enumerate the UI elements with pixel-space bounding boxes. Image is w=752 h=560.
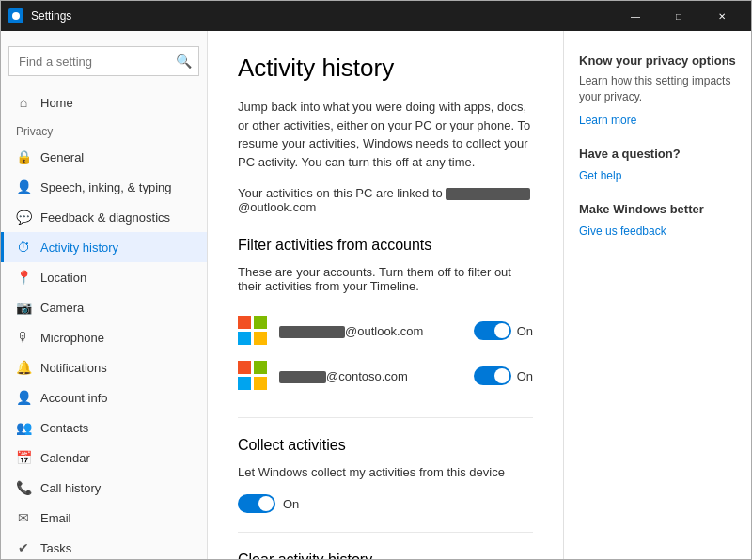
lock-icon: 🔒 <box>16 149 31 164</box>
ms-logo-1 <box>238 316 268 346</box>
ms-yellow-2 <box>254 377 267 390</box>
give-feedback-link[interactable]: Give us feedback <box>579 225 666 238</box>
right-windows-title: Make Windows better <box>579 202 736 216</box>
masked-account-1 <box>279 326 345 338</box>
ms-blue-2 <box>238 377 251 390</box>
sidebar-item-activity[interactable]: ⏱ Activity history <box>1 232 207 262</box>
account-email-2: @contoso.com <box>279 369 462 383</box>
app-icon <box>8 8 24 23</box>
sidebar-item-tasks[interactable]: ✔ Tasks <box>1 533 207 559</box>
right-section-privacy: Know your privacy options Learn how this… <box>579 54 736 128</box>
sidebar-item-contacts-label: Contacts <box>40 421 88 435</box>
toggle-label-1: On <box>517 324 533 338</box>
sidebar-item-speech-label: Speech, inking, & typing <box>40 180 171 194</box>
microphone-icon: 🎙 <box>16 330 31 345</box>
window-title: Settings <box>31 9 614 23</box>
sidebar-item-activity-label: Activity history <box>40 241 118 255</box>
right-question-title: Have a question? <box>579 147 736 161</box>
learn-more-link[interactable]: Learn more <box>579 114 636 127</box>
sidebar-item-feedback-label: Feedback & diagnostics <box>40 210 170 225</box>
search-box[interactable]: 🔍 <box>8 46 199 76</box>
close-button[interactable]: ✕ <box>700 1 744 31</box>
notifications-icon: 🔔 <box>16 360 31 375</box>
collect-toggle[interactable] <box>238 494 275 513</box>
maximize-button[interactable]: □ <box>657 1 700 31</box>
sidebar-item-notifications[interactable]: 🔔 Notifications <box>1 352 207 382</box>
ms-green-1 <box>254 316 267 329</box>
sidebar-item-home-label: Home <box>40 96 73 110</box>
sidebar-item-tasks-label: Tasks <box>40 541 71 555</box>
sidebar-item-email-label: Email <box>40 511 71 525</box>
ms-red-2 <box>238 361 251 374</box>
ms-red-1 <box>238 316 251 329</box>
account-row-2: @contoso.com On <box>238 353 533 398</box>
sidebar-item-email[interactable]: ✉ Email <box>1 503 207 533</box>
sidebar-item-camera-label: Camera <box>40 301 84 315</box>
sidebar-item-account-label: Account info <box>40 391 108 405</box>
ms-green-2 <box>254 361 267 374</box>
toggle-container-1: On <box>474 321 533 340</box>
collect-toggle-row: On <box>238 494 533 513</box>
camera-icon: 📷 <box>16 300 31 315</box>
ms-yellow-1 <box>254 332 267 345</box>
minimize-button[interactable]: — <box>614 1 657 31</box>
filter-section-desc: These are your accounts. Turn them off t… <box>238 265 533 293</box>
toggle-container-2: On <box>474 366 533 385</box>
linked-account-text: Your activities on this PC are linked to… <box>238 186 533 214</box>
right-privacy-title: Know your privacy options <box>579 54 736 68</box>
divider-1 <box>238 417 533 418</box>
page-description: Jump back into what you were doing with … <box>238 98 533 171</box>
divider-2 <box>238 532 533 533</box>
collect-section: Collect activities Let Windows collect m… <box>238 437 533 513</box>
search-input[interactable] <box>8 46 199 76</box>
sidebar-item-location[interactable]: 📍 Location <box>1 262 207 292</box>
calendar-icon: 📅 <box>16 450 31 465</box>
clear-section-title: Clear activity history <box>238 552 533 559</box>
sidebar-item-general-label: General <box>40 150 84 164</box>
sidebar-item-account[interactable]: 👤 Account info <box>1 382 207 412</box>
sidebar-section-privacy: Privacy <box>1 121 207 142</box>
sidebar-item-callhistory-label: Call history <box>40 481 101 495</box>
tasks-icon: ✔ <box>16 540 31 555</box>
ms-logo-2 <box>238 361 268 391</box>
sidebar-item-callhistory[interactable]: 📞 Call history <box>1 473 207 503</box>
window-controls: — □ ✕ <box>614 1 744 31</box>
sidebar-item-calendar-label: Calendar <box>40 451 90 465</box>
sidebar-item-speech[interactable]: 👤 Speech, inking, & typing <box>1 172 207 202</box>
account-icon: 👤 <box>16 390 31 405</box>
sidebar-item-microphone-label: Microphone <box>40 331 104 345</box>
sidebar-item-location-label: Location <box>40 271 86 285</box>
sidebar-item-notifications-label: Notifications <box>40 361 107 375</box>
contacts-icon: 👥 <box>16 420 31 435</box>
activity-icon: ⏱ <box>16 240 31 255</box>
right-privacy-desc: Learn how this setting impacts your priv… <box>579 73 736 105</box>
callhistory-icon: 📞 <box>16 480 31 495</box>
account-row-1: @outlook.com On <box>238 308 533 353</box>
clear-section: Clear activity history Clear history for… <box>238 552 533 559</box>
sidebar-item-home[interactable]: ⌂ Home <box>1 87 207 117</box>
right-section-windows: Make Windows better Give us feedback <box>579 202 736 239</box>
collect-section-desc: Let Windows collect my activities from t… <box>238 465 533 479</box>
svg-point-1 <box>12 12 20 20</box>
sidebar-item-contacts[interactable]: 👥 Contacts <box>1 412 207 443</box>
page-title: Activity history <box>238 54 533 83</box>
titlebar: Settings — □ ✕ <box>1 1 751 31</box>
search-icon: 🔍 <box>176 54 192 69</box>
sidebar-item-calendar[interactable]: 📅 Calendar <box>1 443 207 473</box>
sidebar-item-camera[interactable]: 📷 Camera <box>1 292 207 322</box>
get-help-link[interactable]: Get help <box>579 169 621 182</box>
email-icon: ✉ <box>16 510 31 525</box>
toggle-label-2: On <box>517 369 533 383</box>
toggle-account-2[interactable] <box>474 366 511 385</box>
location-icon: 📍 <box>16 270 31 285</box>
toggle-account-1[interactable] <box>474 321 511 340</box>
masked-account-2 <box>279 371 326 383</box>
main-content: Activity history Jump back into what you… <box>208 31 563 559</box>
collect-section-title: Collect activities <box>238 437 533 454</box>
sidebar-item-microphone[interactable]: 🎙 Microphone <box>1 322 207 352</box>
sidebar-item-general[interactable]: 🔒 General <box>1 142 207 172</box>
main-layout: 🔍 ⌂ Home Privacy 🔒 General 👤 Speech, ink… <box>1 31 751 559</box>
right-section-question: Have a question? Get help <box>579 147 736 183</box>
filter-section-title: Filter activities from accounts <box>238 237 533 254</box>
sidebar-item-feedback[interactable]: 💬 Feedback & diagnostics <box>1 202 207 232</box>
